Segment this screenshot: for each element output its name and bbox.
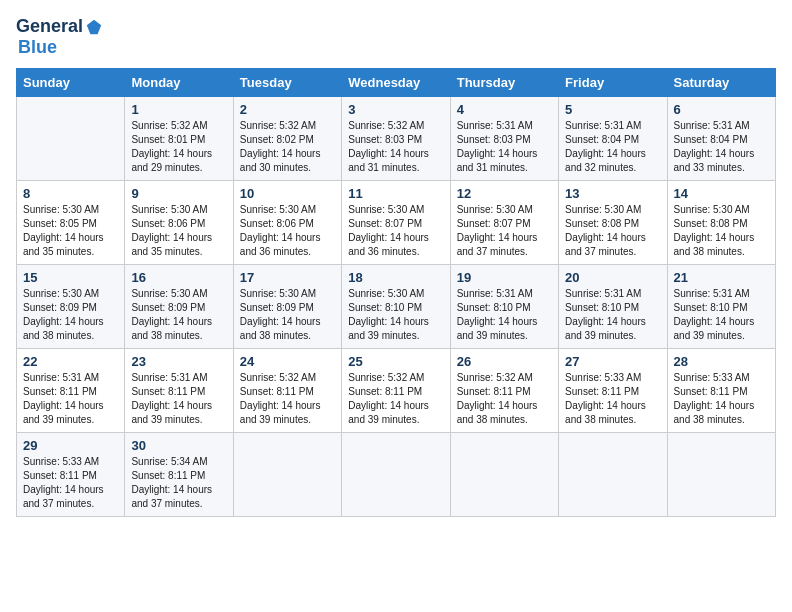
day-content: Sunrise: 5:31 AM Sunset: 8:10 PM Dayligh… [565, 287, 660, 343]
day-number: 13 [565, 186, 660, 201]
day-content: Sunrise: 5:30 AM Sunset: 8:05 PM Dayligh… [23, 203, 118, 259]
day-number: 4 [457, 102, 552, 117]
calendar-cell: 5 Sunrise: 5:31 AM Sunset: 8:04 PM Dayli… [559, 97, 667, 181]
day-content: Sunrise: 5:30 AM Sunset: 8:06 PM Dayligh… [131, 203, 226, 259]
weekday-header-sunday: Sunday [17, 69, 125, 97]
calendar-cell: 3 Sunrise: 5:32 AM Sunset: 8:03 PM Dayli… [342, 97, 450, 181]
day-number: 26 [457, 354, 552, 369]
calendar-week-row: 29 Sunrise: 5:33 AM Sunset: 8:11 PM Dayl… [17, 433, 776, 517]
day-content: Sunrise: 5:32 AM Sunset: 8:11 PM Dayligh… [457, 371, 552, 427]
calendar-cell: 17 Sunrise: 5:30 AM Sunset: 8:09 PM Dayl… [233, 265, 341, 349]
calendar-cell: 25 Sunrise: 5:32 AM Sunset: 8:11 PM Dayl… [342, 349, 450, 433]
calendar-cell: 23 Sunrise: 5:31 AM Sunset: 8:11 PM Dayl… [125, 349, 233, 433]
day-number: 2 [240, 102, 335, 117]
day-number: 27 [565, 354, 660, 369]
day-content: Sunrise: 5:30 AM Sunset: 8:07 PM Dayligh… [348, 203, 443, 259]
day-content: Sunrise: 5:30 AM Sunset: 8:08 PM Dayligh… [565, 203, 660, 259]
calendar-cell: 22 Sunrise: 5:31 AM Sunset: 8:11 PM Dayl… [17, 349, 125, 433]
day-content: Sunrise: 5:30 AM Sunset: 8:07 PM Dayligh… [457, 203, 552, 259]
calendar-cell [559, 433, 667, 517]
calendar-cell: 2 Sunrise: 5:32 AM Sunset: 8:02 PM Dayli… [233, 97, 341, 181]
day-number: 11 [348, 186, 443, 201]
day-number: 9 [131, 186, 226, 201]
day-content: Sunrise: 5:32 AM Sunset: 8:11 PM Dayligh… [348, 371, 443, 427]
calendar-cell: 1 Sunrise: 5:32 AM Sunset: 8:01 PM Dayli… [125, 97, 233, 181]
calendar-cell: 21 Sunrise: 5:31 AM Sunset: 8:10 PM Dayl… [667, 265, 775, 349]
day-number: 24 [240, 354, 335, 369]
calendar-cell: 24 Sunrise: 5:32 AM Sunset: 8:11 PM Dayl… [233, 349, 341, 433]
calendar-cell: 27 Sunrise: 5:33 AM Sunset: 8:11 PM Dayl… [559, 349, 667, 433]
calendar-cell: 10 Sunrise: 5:30 AM Sunset: 8:06 PM Dayl… [233, 181, 341, 265]
calendar-cell: 16 Sunrise: 5:30 AM Sunset: 8:09 PM Dayl… [125, 265, 233, 349]
day-number: 8 [23, 186, 118, 201]
calendar-cell: 14 Sunrise: 5:30 AM Sunset: 8:08 PM Dayl… [667, 181, 775, 265]
day-content: Sunrise: 5:30 AM Sunset: 8:10 PM Dayligh… [348, 287, 443, 343]
calendar-cell: 15 Sunrise: 5:30 AM Sunset: 8:09 PM Dayl… [17, 265, 125, 349]
day-number: 20 [565, 270, 660, 285]
day-number: 1 [131, 102, 226, 117]
day-content: Sunrise: 5:30 AM Sunset: 8:09 PM Dayligh… [131, 287, 226, 343]
day-content: Sunrise: 5:31 AM Sunset: 8:11 PM Dayligh… [23, 371, 118, 427]
calendar-cell: 26 Sunrise: 5:32 AM Sunset: 8:11 PM Dayl… [450, 349, 558, 433]
day-content: Sunrise: 5:30 AM Sunset: 8:08 PM Dayligh… [674, 203, 769, 259]
calendar-week-row: 1 Sunrise: 5:32 AM Sunset: 8:01 PM Dayli… [17, 97, 776, 181]
calendar-cell: 6 Sunrise: 5:31 AM Sunset: 8:04 PM Dayli… [667, 97, 775, 181]
day-content: Sunrise: 5:32 AM Sunset: 8:01 PM Dayligh… [131, 119, 226, 175]
weekday-header-tuesday: Tuesday [233, 69, 341, 97]
day-content: Sunrise: 5:32 AM Sunset: 8:11 PM Dayligh… [240, 371, 335, 427]
calendar-cell: 30 Sunrise: 5:34 AM Sunset: 8:11 PM Dayl… [125, 433, 233, 517]
calendar-cell: 11 Sunrise: 5:30 AM Sunset: 8:07 PM Dayl… [342, 181, 450, 265]
day-content: Sunrise: 5:33 AM Sunset: 8:11 PM Dayligh… [23, 455, 118, 511]
day-number: 30 [131, 438, 226, 453]
calendar-cell [17, 97, 125, 181]
weekday-header-thursday: Thursday [450, 69, 558, 97]
day-number: 21 [674, 270, 769, 285]
day-number: 28 [674, 354, 769, 369]
logo: General Blue [16, 16, 103, 58]
calendar-cell: 20 Sunrise: 5:31 AM Sunset: 8:10 PM Dayl… [559, 265, 667, 349]
page-header: General Blue [16, 16, 776, 58]
calendar-cell: 4 Sunrise: 5:31 AM Sunset: 8:03 PM Dayli… [450, 97, 558, 181]
day-content: Sunrise: 5:31 AM Sunset: 8:03 PM Dayligh… [457, 119, 552, 175]
day-number: 18 [348, 270, 443, 285]
day-content: Sunrise: 5:30 AM Sunset: 8:09 PM Dayligh… [23, 287, 118, 343]
calendar-week-row: 8 Sunrise: 5:30 AM Sunset: 8:05 PM Dayli… [17, 181, 776, 265]
calendar-cell: 12 Sunrise: 5:30 AM Sunset: 8:07 PM Dayl… [450, 181, 558, 265]
logo-blue: Blue [18, 37, 57, 57]
day-content: Sunrise: 5:30 AM Sunset: 8:09 PM Dayligh… [240, 287, 335, 343]
day-content: Sunrise: 5:32 AM Sunset: 8:03 PM Dayligh… [348, 119, 443, 175]
calendar-cell: 18 Sunrise: 5:30 AM Sunset: 8:10 PM Dayl… [342, 265, 450, 349]
svg-marker-0 [87, 19, 101, 33]
calendar-cell: 9 Sunrise: 5:30 AM Sunset: 8:06 PM Dayli… [125, 181, 233, 265]
day-number: 17 [240, 270, 335, 285]
day-number: 10 [240, 186, 335, 201]
day-content: Sunrise: 5:33 AM Sunset: 8:11 PM Dayligh… [674, 371, 769, 427]
day-number: 12 [457, 186, 552, 201]
day-number: 25 [348, 354, 443, 369]
day-content: Sunrise: 5:31 AM Sunset: 8:10 PM Dayligh… [457, 287, 552, 343]
day-content: Sunrise: 5:32 AM Sunset: 8:02 PM Dayligh… [240, 119, 335, 175]
day-number: 14 [674, 186, 769, 201]
day-content: Sunrise: 5:31 AM Sunset: 8:10 PM Dayligh… [674, 287, 769, 343]
day-content: Sunrise: 5:31 AM Sunset: 8:04 PM Dayligh… [565, 119, 660, 175]
weekday-header-row: SundayMondayTuesdayWednesdayThursdayFrid… [17, 69, 776, 97]
calendar-cell: 29 Sunrise: 5:33 AM Sunset: 8:11 PM Dayl… [17, 433, 125, 517]
day-number: 19 [457, 270, 552, 285]
weekday-header-saturday: Saturday [667, 69, 775, 97]
calendar-cell [450, 433, 558, 517]
day-content: Sunrise: 5:31 AM Sunset: 8:04 PM Dayligh… [674, 119, 769, 175]
calendar-table: SundayMondayTuesdayWednesdayThursdayFrid… [16, 68, 776, 517]
calendar-cell [233, 433, 341, 517]
day-number: 3 [348, 102, 443, 117]
day-content: Sunrise: 5:31 AM Sunset: 8:11 PM Dayligh… [131, 371, 226, 427]
day-content: Sunrise: 5:30 AM Sunset: 8:06 PM Dayligh… [240, 203, 335, 259]
calendar-week-row: 15 Sunrise: 5:30 AM Sunset: 8:09 PM Dayl… [17, 265, 776, 349]
calendar-cell: 8 Sunrise: 5:30 AM Sunset: 8:05 PM Dayli… [17, 181, 125, 265]
day-number: 16 [131, 270, 226, 285]
calendar-cell [667, 433, 775, 517]
weekday-header-monday: Monday [125, 69, 233, 97]
calendar-cell [342, 433, 450, 517]
day-number: 15 [23, 270, 118, 285]
weekday-header-friday: Friday [559, 69, 667, 97]
day-number: 22 [23, 354, 118, 369]
